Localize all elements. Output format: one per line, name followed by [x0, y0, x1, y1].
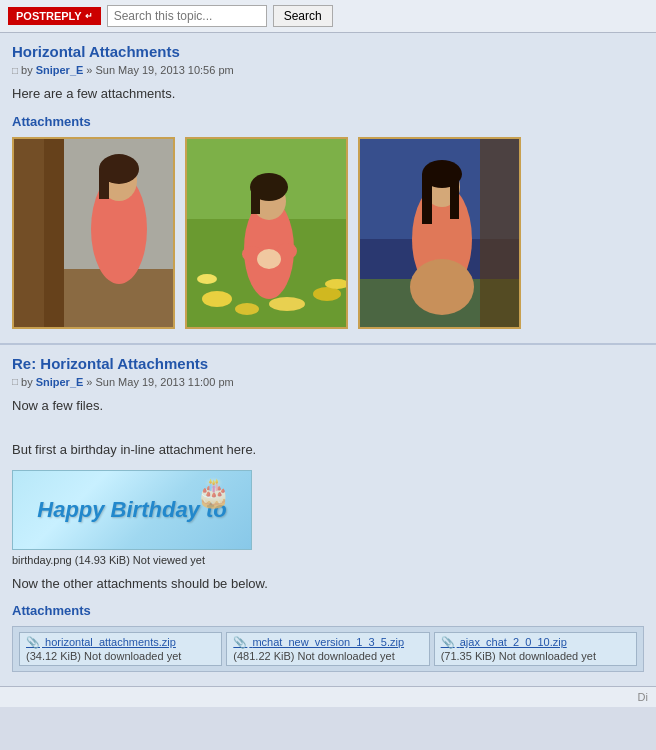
- separator: »: [86, 376, 92, 388]
- postreply-label: POSTREPLY: [16, 10, 82, 22]
- bottom-bar: Di: [0, 686, 656, 707]
- svg-point-12: [235, 303, 259, 315]
- search-button[interactable]: Search: [273, 5, 333, 27]
- svg-rect-33: [450, 174, 459, 219]
- svg-point-29: [410, 259, 474, 315]
- posts-container: Horizontal Attachments □ by Sniper_E » S…: [0, 33, 656, 686]
- by-label: by: [21, 64, 33, 76]
- inline-image-section: 🎂 Happy Birthday to birthday.png (14.93 …: [12, 470, 644, 566]
- svg-rect-27: [480, 139, 520, 329]
- toolbar: POSTREPLY ↵ Search: [0, 0, 656, 33]
- file-link[interactable]: 📎 mchat_new_version_1_3_5.zip: [233, 636, 422, 649]
- file-link[interactable]: 📎 horizontal_attachments.zip: [26, 636, 215, 649]
- attachments-heading: Attachments: [12, 603, 644, 618]
- birthday-swirl-icon: 🎂: [196, 476, 231, 509]
- post-icon: □: [12, 65, 18, 76]
- postreply-icon: ↵: [85, 11, 93, 21]
- file-meta: (71.35 KiB) Not downloaded yet: [441, 650, 630, 662]
- birthday-image[interactable]: 🎂 Happy Birthday to: [12, 470, 252, 550]
- post-body: Here are a few attachments.: [12, 84, 644, 104]
- author-link[interactable]: Sniper_E: [36, 64, 84, 76]
- photo-thumbnail[interactable]: [185, 137, 348, 329]
- postreply-button[interactable]: POSTREPLY ↵: [8, 7, 101, 25]
- svg-rect-32: [422, 174, 432, 224]
- file-item: 📎 mchat_new_version_1_3_5.zip (481.22 Ki…: [226, 632, 429, 666]
- svg-rect-20: [251, 189, 260, 214]
- post-date: Sun May 19, 2013 11:00 pm: [95, 376, 233, 388]
- search-input[interactable]: [107, 5, 267, 27]
- svg-rect-8: [99, 169, 109, 199]
- post-title: Horizontal Attachments: [12, 43, 644, 60]
- paperclip-icon: 📎: [26, 636, 40, 648]
- author-link[interactable]: Sniper_E: [36, 376, 84, 388]
- attachments-heading: Attachments: [12, 114, 644, 129]
- paperclip-icon: 📎: [441, 636, 455, 648]
- file-link[interactable]: 📎 ajax_chat_2_0_10.zip: [441, 636, 630, 649]
- file-item: 📎 ajax_chat_2_0_10.zip (71.35 KiB) Not d…: [434, 632, 637, 666]
- image-caption: birthday.png (14.93 KiB) Not viewed yet: [12, 554, 644, 566]
- photo-thumbnail[interactable]: [358, 137, 521, 329]
- paperclip-icon: 📎: [233, 636, 247, 648]
- post-meta: □ by Sniper_E » Sun May 19, 2013 11:00 p…: [12, 376, 644, 388]
- post-body-line3: Now the other attachments should be belo…: [12, 574, 644, 594]
- post-icon: □: [12, 376, 18, 387]
- separator: »: [86, 64, 92, 76]
- svg-point-23: [257, 249, 281, 269]
- file-meta: (34.12 KiB) Not downloaded yet: [26, 650, 215, 662]
- bottom-bar-text: Di: [638, 691, 648, 703]
- post-title: Re: Horizontal Attachments: [12, 355, 644, 372]
- file-item: 📎 horizontal_attachments.zip (34.12 KiB)…: [19, 632, 222, 666]
- svg-rect-2: [44, 139, 64, 329]
- svg-point-16: [325, 279, 348, 289]
- post-meta: □ by Sniper_E » Sun May 19, 2013 10:56 p…: [12, 64, 644, 76]
- photo-grid: [12, 137, 644, 329]
- post-date: Sun May 19, 2013 10:56 pm: [95, 64, 233, 76]
- svg-point-13: [269, 297, 305, 311]
- post-2: Re: Horizontal Attachments □ by Sniper_E…: [0, 345, 656, 687]
- by-label: by: [21, 376, 33, 388]
- svg-point-15: [197, 274, 217, 284]
- svg-point-14: [313, 287, 341, 301]
- post-body-line1: Now a few files.: [12, 396, 644, 416]
- file-meta: (481.22 KiB) Not downloaded yet: [233, 650, 422, 662]
- file-attachments: 📎 horizontal_attachments.zip (34.12 KiB)…: [12, 626, 644, 672]
- photo-thumbnail[interactable]: [12, 137, 175, 329]
- svg-point-11: [202, 291, 232, 307]
- post-1: Horizontal Attachments □ by Sniper_E » S…: [0, 33, 656, 345]
- post-body-line2: But first a birthday in-line attachment …: [12, 440, 644, 460]
